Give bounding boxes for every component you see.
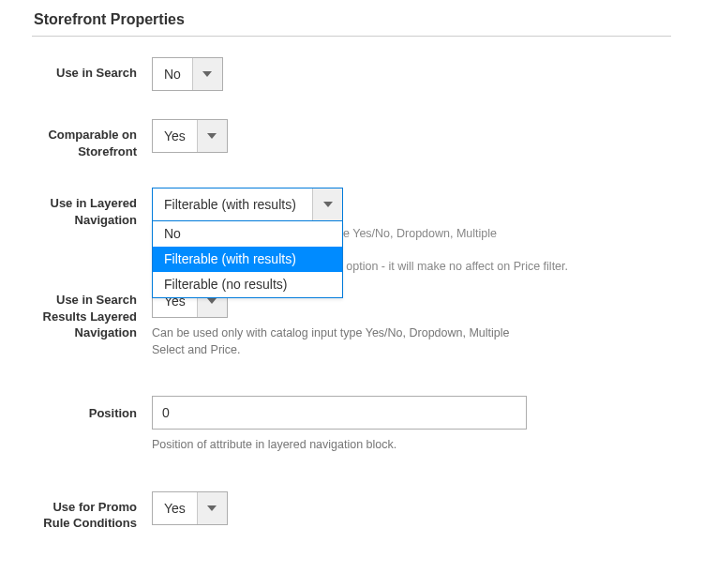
layered-nav-option-with-results[interactable]: Filterable (with results) [153, 247, 342, 272]
use-in-search-value: No [153, 58, 192, 90]
layered-nav-value: Filterable (with results) [153, 188, 312, 220]
layered-nav-option-no[interactable]: No [153, 221, 342, 247]
chevron-down-icon [312, 188, 342, 220]
position-input[interactable] [152, 396, 527, 430]
promo-rule-value: Yes [153, 492, 197, 524]
layered-nav-option-no-results[interactable]: Filterable (no results) [153, 272, 342, 297]
chevron-down-icon [192, 58, 222, 90]
use-in-search-label: Use in Search [32, 57, 152, 82]
position-label: Position [32, 396, 152, 422]
search-results-layered-nav-label: Use in Search Results Layered Navigation [32, 284, 152, 341]
search-results-layered-nav-help: Can be used only with catalog input type… [152, 325, 527, 358]
use-in-search-select[interactable]: No [152, 57, 223, 91]
comparable-select[interactable]: Yes [152, 119, 228, 153]
promo-rule-select[interactable]: Yes [152, 491, 228, 525]
chevron-down-icon [197, 492, 227, 524]
comparable-value: Yes [153, 120, 197, 152]
promo-rule-label: Use for Promo Rule Conditions [32, 491, 152, 532]
chevron-down-icon [197, 120, 227, 152]
layered-nav-dropdown: No Filterable (with results) Filterable … [152, 221, 343, 298]
section-title: Storefront Properties [32, 11, 671, 36]
layered-nav-select[interactable]: Filterable (with results) [152, 188, 343, 221]
position-help: Position of attribute in layered navigat… [152, 437, 527, 454]
section-divider [32, 36, 671, 37]
layered-nav-label: Use in Layered Navigation [32, 188, 152, 228]
comparable-label: Compar­able on Storefront [32, 119, 152, 159]
